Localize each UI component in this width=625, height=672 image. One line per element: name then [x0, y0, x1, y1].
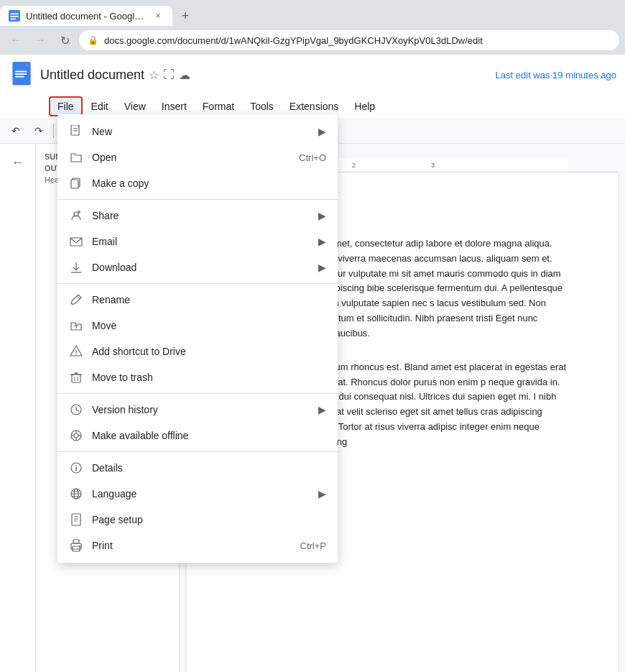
- details-label: Details: [92, 462, 326, 474]
- svg-rect-8: [15, 71, 27, 73]
- svg-text:3: 3: [431, 162, 435, 169]
- menu-item-tools[interactable]: Tools: [243, 98, 281, 115]
- forward-button[interactable]: →: [30, 30, 50, 50]
- address-bar[interactable]: 🔒 docs.google.com/document/d/1wANQkil-Gz…: [79, 30, 619, 50]
- trash-icon: [69, 370, 83, 385]
- menu-item-new[interactable]: New ▶: [57, 119, 338, 144]
- menu-item-extensions[interactable]: Extensions: [282, 98, 346, 115]
- back-button[interactable]: ←: [6, 30, 26, 50]
- svg-point-29: [75, 354, 77, 355]
- menu-item-rename[interactable]: Rename: [57, 287, 338, 313]
- shortcut-label: Add shortcut to Drive: [92, 346, 326, 357]
- version-arrow: ▶: [318, 404, 326, 415]
- download-icon: [69, 260, 83, 275]
- menu-item-details[interactable]: Details: [57, 455, 338, 481]
- sidebar-back-button[interactable]: ←: [5, 149, 31, 175]
- new-doc-icon: [69, 124, 83, 139]
- tab-bar: Untitled document - Google Doc... × +: [0, 0, 625, 26]
- email-icon: [69, 234, 83, 249]
- download-label: Download: [92, 262, 310, 273]
- svg-point-59: [79, 546, 80, 547]
- new-label: New: [92, 126, 310, 137]
- menu-item-edit[interactable]: Edit: [84, 98, 116, 115]
- menu-item-trash[interactable]: Move to trash: [57, 364, 338, 390]
- print-shortcut: Ctrl+P: [300, 540, 326, 551]
- undo-button[interactable]: ↶: [6, 121, 26, 141]
- reload-button[interactable]: ↻: [55, 30, 75, 50]
- menu-item-email[interactable]: Email ▶: [57, 229, 338, 254]
- svg-rect-9: [15, 73, 27, 75]
- menu-item-shortcut[interactable]: Add shortcut to Drive: [57, 339, 338, 364]
- divider-2: [57, 283, 338, 284]
- menu-item-page-setup[interactable]: Page setup: [57, 507, 338, 533]
- svg-rect-3: [11, 19, 16, 20]
- toolbar-separator-1: [53, 124, 54, 138]
- redo-button[interactable]: ↷: [29, 121, 49, 141]
- star-icon[interactable]: ☆: [149, 68, 159, 82]
- file-dropdown-menu: New ▶ Open Ctrl+O Make a copy: [57, 114, 338, 563]
- open-shortcut: Ctrl+O: [299, 152, 326, 163]
- divider-1: [57, 199, 338, 200]
- svg-text:2: 2: [352, 162, 356, 169]
- svg-rect-52: [72, 514, 80, 525]
- offline-circle-icon: [69, 428, 83, 443]
- last-edit-text[interactable]: Last edit was 19 minutes ago: [496, 70, 616, 80]
- globe-icon: [69, 487, 83, 501]
- svg-line-37: [76, 410, 79, 411]
- share-arrow: ▶: [318, 210, 326, 221]
- menu-item-version[interactable]: Version history ▶: [57, 397, 338, 423]
- address-text: docs.google.com/document/d/1wANQkil-GzgY…: [104, 35, 611, 46]
- share-label: Share: [92, 210, 310, 221]
- language-label: Language: [92, 488, 310, 500]
- share-person-icon: [69, 208, 83, 223]
- left-sidebar: ←: [0, 144, 36, 672]
- doc-name[interactable]: Untitled document: [40, 68, 144, 83]
- svg-rect-30: [72, 374, 80, 382]
- active-tab[interactable]: Untitled document - Google Doc... ×: [0, 6, 172, 26]
- rename-pencil-icon: [69, 293, 83, 307]
- menu-item-language[interactable]: Language ▶: [57, 481, 338, 507]
- copy-doc-icon: [69, 176, 83, 190]
- header-right: Last edit was 19 minutes ago: [496, 70, 616, 80]
- divider-3: [57, 393, 338, 394]
- svg-line-26: [77, 296, 80, 299]
- menu-item-open[interactable]: Open Ctrl+O: [57, 144, 338, 170]
- address-bar-row: ← → ↻ 🔒 docs.google.com/document/d/1wANQ…: [0, 26, 625, 55]
- version-clock-icon: [69, 402, 83, 417]
- menu-item-view[interactable]: View: [117, 98, 153, 115]
- tab-close-button[interactable]: ×: [152, 10, 164, 22]
- rename-label: Rename: [92, 294, 326, 305]
- menu-item-move[interactable]: Move: [57, 313, 338, 339]
- tab-title: Untitled document - Google Doc...: [26, 11, 147, 22]
- docs-logo: [9, 62, 34, 88]
- menu-item-help[interactable]: Help: [347, 98, 382, 115]
- print-label: Print: [92, 540, 292, 551]
- menu-item-file[interactable]: File: [49, 96, 83, 116]
- doc-title-area: Untitled document ☆ ⛶ ☁: [40, 68, 490, 83]
- svg-point-46: [75, 465, 77, 466]
- shortcut-drive-icon: [69, 344, 83, 359]
- menu-item-insert[interactable]: Insert: [154, 98, 194, 115]
- menu-item-print[interactable]: Print Ctrl+P: [57, 533, 338, 558]
- app-header: Untitled document ☆ ⛶ ☁ Last edit was 19…: [0, 55, 625, 95]
- email-label: Email: [92, 236, 310, 247]
- menu-item-download[interactable]: Download ▶: [57, 254, 338, 280]
- menu-item-format[interactable]: Format: [195, 98, 241, 115]
- folder-icon[interactable]: ⛶: [163, 68, 175, 81]
- version-label: Version history: [92, 404, 310, 415]
- lock-icon: 🔒: [88, 35, 98, 45]
- email-arrow: ▶: [318, 236, 326, 247]
- menu-item-copy[interactable]: Make a copy: [57, 170, 338, 196]
- svg-rect-19: [71, 180, 78, 188]
- cloud-icon[interactable]: ☁: [179, 68, 190, 82]
- doc-title-row: Untitled document ☆ ⛶ ☁: [40, 68, 490, 83]
- svg-rect-1: [11, 13, 19, 14]
- offline-label: Make available offline: [92, 430, 326, 441]
- page-setup-label: Page setup: [92, 514, 326, 525]
- open-label: Open: [92, 152, 290, 163]
- info-icon: [69, 461, 83, 475]
- menu-item-offline[interactable]: Make available offline: [57, 423, 338, 448]
- menu-item-share[interactable]: Share ▶: [57, 203, 338, 229]
- new-tab-button[interactable]: +: [175, 6, 195, 26]
- svg-rect-2: [11, 16, 19, 17]
